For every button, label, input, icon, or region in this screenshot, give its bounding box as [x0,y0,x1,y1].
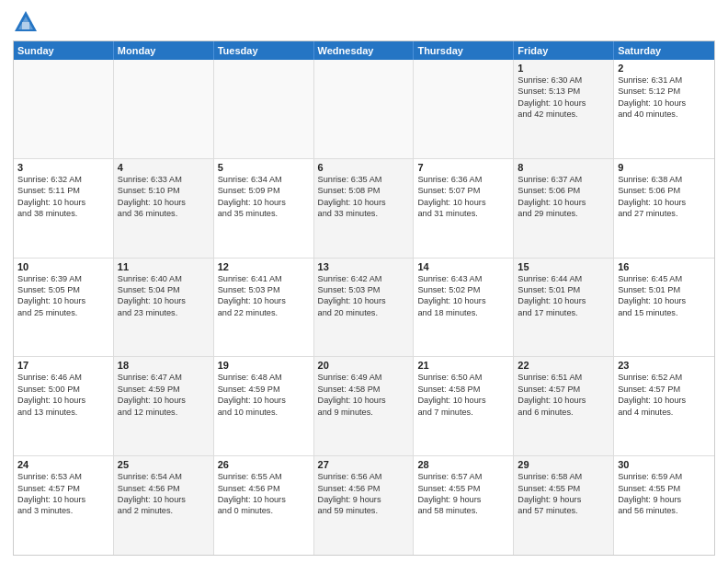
day-number: 3 [17,162,109,173]
calendar-cell: 9Sunrise: 6:38 AM Sunset: 5:06 PM Daylig… [614,159,714,258]
day-number: 20 [318,360,410,371]
header-cell-tuesday: Tuesday [214,41,314,60]
header-cell-monday: Monday [114,41,214,60]
day-number: 19 [218,360,310,371]
calendar-cell: 18Sunrise: 6:47 AM Sunset: 4:59 PM Dayli… [114,357,214,455]
calendar-cell: 23Sunrise: 6:52 AM Sunset: 4:57 PM Dayli… [614,357,714,455]
day-info: Sunrise: 6:40 AM Sunset: 5:04 PM Dayligh… [118,273,210,319]
day-number: 24 [17,459,109,470]
header-cell-sunday: Sunday [14,41,114,60]
day-number: 14 [417,261,509,272]
calendar-cell: 12Sunrise: 6:41 AM Sunset: 5:03 PM Dayli… [214,259,314,357]
day-number: 8 [518,162,609,173]
day-info: Sunrise: 6:45 AM Sunset: 5:01 PM Dayligh… [618,273,711,319]
day-number: 17 [17,360,109,371]
svg-rect-2 [22,22,29,29]
calendar-cell: 30Sunrise: 6:59 AM Sunset: 4:55 PM Dayli… [614,456,714,555]
day-number: 26 [218,459,310,470]
day-info: Sunrise: 6:55 AM Sunset: 4:56 PM Dayligh… [218,471,310,517]
calendar-cell: 4Sunrise: 6:33 AM Sunset: 5:10 PM Daylig… [114,159,214,258]
day-number: 13 [318,261,410,272]
calendar-row-1: 3Sunrise: 6:32 AM Sunset: 5:11 PM Daylig… [14,158,714,258]
day-number: 25 [118,459,210,470]
calendar-row-4: 24Sunrise: 6:53 AM Sunset: 4:57 PM Dayli… [14,455,714,555]
day-info: Sunrise: 6:44 AM Sunset: 5:01 PM Dayligh… [518,273,609,319]
day-number: 5 [218,162,310,173]
day-info: Sunrise: 6:35 AM Sunset: 5:08 PM Dayligh… [318,174,410,220]
calendar-body: 1Sunrise: 6:30 AM Sunset: 5:13 PM Daylig… [14,60,714,555]
calendar-cell: 19Sunrise: 6:48 AM Sunset: 4:59 PM Dayli… [214,357,314,455]
calendar-cell: 20Sunrise: 6:49 AM Sunset: 4:58 PM Dayli… [314,357,415,455]
day-number: 18 [118,360,210,371]
day-number: 28 [417,459,509,470]
calendar-cell: 5Sunrise: 6:34 AM Sunset: 5:09 PM Daylig… [214,159,314,258]
day-info: Sunrise: 6:50 AM Sunset: 4:58 PM Dayligh… [417,372,509,418]
calendar-cell: 7Sunrise: 6:36 AM Sunset: 5:07 PM Daylig… [414,159,514,258]
calendar-cell: 2Sunrise: 6:31 AM Sunset: 5:12 PM Daylig… [614,60,714,158]
calendar-cell: 28Sunrise: 6:57 AM Sunset: 4:55 PM Dayli… [414,456,514,555]
day-info: Sunrise: 6:42 AM Sunset: 5:03 PM Dayligh… [318,273,410,319]
page: SundayMondayTuesdayWednesdayThursdayFrid… [0,0,728,563]
day-number: 30 [618,459,711,470]
calendar-cell [14,60,114,158]
day-number: 22 [518,360,609,371]
day-number: 15 [518,261,609,272]
calendar-cell: 29Sunrise: 6:58 AM Sunset: 4:55 PM Dayli… [514,456,614,555]
header-cell-thursday: Thursday [414,41,514,60]
calendar-row-0: 1Sunrise: 6:30 AM Sunset: 5:13 PM Daylig… [14,60,714,158]
day-info: Sunrise: 6:33 AM Sunset: 5:10 PM Dayligh… [118,174,210,220]
calendar-cell: 13Sunrise: 6:42 AM Sunset: 5:03 PM Dayli… [314,259,415,357]
day-info: Sunrise: 6:52 AM Sunset: 4:57 PM Dayligh… [618,372,711,418]
day-number: 23 [618,360,711,371]
day-info: Sunrise: 6:53 AM Sunset: 4:57 PM Dayligh… [17,471,109,517]
day-number: 11 [118,261,210,272]
logo-icon [13,9,39,35]
calendar-cell [114,60,214,158]
day-info: Sunrise: 6:43 AM Sunset: 5:02 PM Dayligh… [417,273,509,319]
calendar-cell: 24Sunrise: 6:53 AM Sunset: 4:57 PM Dayli… [14,456,114,555]
day-info: Sunrise: 6:51 AM Sunset: 4:57 PM Dayligh… [518,372,609,418]
calendar-header: SundayMondayTuesdayWednesdayThursdayFrid… [14,41,714,60]
calendar-cell [214,60,314,158]
day-info: Sunrise: 6:30 AM Sunset: 5:13 PM Dayligh… [518,75,609,121]
calendar-cell: 27Sunrise: 6:56 AM Sunset: 4:56 PM Dayli… [314,456,415,555]
calendar-cell: 14Sunrise: 6:43 AM Sunset: 5:02 PM Dayli… [414,259,514,357]
day-info: Sunrise: 6:48 AM Sunset: 4:59 PM Dayligh… [218,372,310,418]
day-info: Sunrise: 6:47 AM Sunset: 4:59 PM Dayligh… [118,372,210,418]
header-cell-wednesday: Wednesday [314,41,415,60]
day-info: Sunrise: 6:31 AM Sunset: 5:12 PM Dayligh… [618,75,711,121]
calendar-cell: 6Sunrise: 6:35 AM Sunset: 5:08 PM Daylig… [314,159,415,258]
header-cell-friday: Friday [514,41,614,60]
calendar-row-2: 10Sunrise: 6:39 AM Sunset: 5:05 PM Dayli… [14,258,714,357]
day-info: Sunrise: 6:49 AM Sunset: 4:58 PM Dayligh… [318,372,410,418]
day-info: Sunrise: 6:38 AM Sunset: 5:06 PM Dayligh… [618,174,711,220]
day-number: 9 [618,162,711,173]
calendar-cell: 22Sunrise: 6:51 AM Sunset: 4:57 PM Dayli… [514,357,614,455]
day-info: Sunrise: 6:54 AM Sunset: 4:56 PM Dayligh… [118,471,210,517]
day-info: Sunrise: 6:39 AM Sunset: 5:05 PM Dayligh… [17,273,109,319]
day-info: Sunrise: 6:32 AM Sunset: 5:11 PM Dayligh… [17,174,109,220]
calendar-cell: 16Sunrise: 6:45 AM Sunset: 5:01 PM Dayli… [614,259,714,357]
calendar-cell: 21Sunrise: 6:50 AM Sunset: 4:58 PM Dayli… [414,357,514,455]
calendar-cell [314,60,415,158]
logo [13,9,42,35]
day-number: 6 [318,162,410,173]
header-cell-saturday: Saturday [614,41,714,60]
calendar-cell: 10Sunrise: 6:39 AM Sunset: 5:05 PM Dayli… [14,259,114,357]
calendar-cell: 17Sunrise: 6:46 AM Sunset: 5:00 PM Dayli… [14,357,114,455]
day-number: 1 [518,63,609,74]
day-number: 4 [118,162,210,173]
day-number: 12 [218,261,310,272]
day-info: Sunrise: 6:59 AM Sunset: 4:55 PM Dayligh… [618,471,711,517]
day-number: 29 [518,459,609,470]
calendar-row-3: 17Sunrise: 6:46 AM Sunset: 5:00 PM Dayli… [14,356,714,455]
day-number: 21 [417,360,509,371]
calendar-cell [414,60,514,158]
calendar-cell: 15Sunrise: 6:44 AM Sunset: 5:01 PM Dayli… [514,259,614,357]
day-number: 2 [618,63,711,74]
calendar-cell: 11Sunrise: 6:40 AM Sunset: 5:04 PM Dayli… [114,259,214,357]
calendar-cell: 25Sunrise: 6:54 AM Sunset: 4:56 PM Dayli… [114,456,214,555]
day-info: Sunrise: 6:58 AM Sunset: 4:55 PM Dayligh… [518,471,609,517]
calendar-cell: 26Sunrise: 6:55 AM Sunset: 4:56 PM Dayli… [214,456,314,555]
day-number: 10 [17,261,109,272]
